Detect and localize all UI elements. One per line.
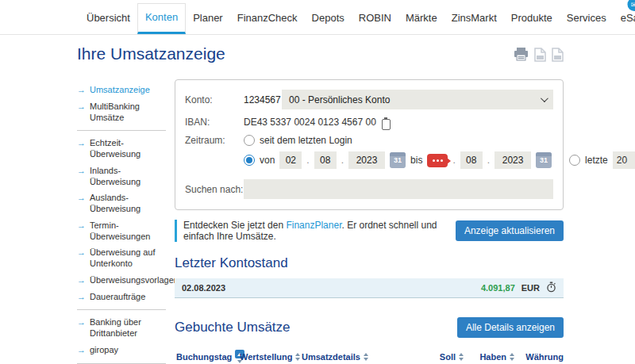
sidebar-item-drittanbieter[interactable]: →Banking über Drittanbieter [77, 317, 166, 339]
nav-item-esafe[interactable]: ✉ eSafe [614, 5, 635, 34]
col-label: Buchungstag [176, 352, 232, 362]
calendar-icon[interactable]: 31 [536, 152, 552, 168]
arrow-icon: → [77, 317, 86, 339]
nav-label: eSafe [621, 12, 635, 24]
sidebar-nav: →Umsatzanzeige →MultiBanking Umsätze →Ec… [77, 79, 166, 364]
sidebar-label: Umsatzanzeige [90, 85, 150, 96]
radio-seit-letztem-login[interactable] [244, 135, 255, 146]
nav-label: Märkte [406, 12, 437, 24]
nav-item-robin[interactable]: ROBIN [352, 5, 398, 34]
nav-label: Depots [312, 12, 344, 24]
alle-details-anzeigen-button[interactable]: Alle Details anzeigen [457, 317, 564, 338]
iban-label: IBAN: [185, 117, 244, 128]
envelope-icon: ✉ [627, 0, 635, 11]
nav-label: Planer [193, 12, 223, 24]
nav-item-depots[interactable]: Depots [305, 5, 352, 34]
finanzplaner-info-text: Entdecken Sie jetzt den FinanzPlaner. Er… [175, 220, 456, 242]
csv-export-icon[interactable] [552, 48, 564, 62]
col-label: Umsatzdetails [302, 352, 360, 362]
sidebar-divider [77, 309, 166, 310]
nav-label: Services [567, 12, 606, 24]
kontostand-heading: Letzter Kontostand [175, 255, 564, 271]
nav-label: Produkte [511, 12, 552, 24]
col-soll[interactable]: Soll [419, 352, 464, 362]
finanzplaner-link[interactable]: FinanzPlaner [286, 220, 341, 231]
sidebar-item-termin-ueberweisungen[interactable]: →Termin-Überweisungen [77, 220, 166, 243]
arrow-icon: → [77, 193, 86, 215]
nav-item-produkte[interactable]: Produkte [504, 5, 560, 34]
bis-year-input[interactable]: 2023 [495, 151, 531, 169]
sidebar-divider [77, 363, 166, 364]
sidebar-item-umsatzanzeige[interactable]: →Umsatzanzeige [77, 85, 166, 96]
umsaetze-table: Buchungstag Wertstellung Umsatzdetails S… [175, 347, 564, 364]
col-umsatzdetails[interactable]: Umsatzdetails [302, 352, 419, 362]
col-label: Haben [479, 352, 506, 362]
nav-item-finanzcheck[interactable]: FinanzCheck [230, 5, 305, 34]
col-buchungstag[interactable]: Buchungstag [175, 350, 240, 363]
arrow-icon: → [77, 247, 86, 270]
suchen-label: Suchen nach: [185, 184, 244, 195]
nav-item-planer[interactable]: Planer [186, 5, 230, 34]
sidebar-item-auslands-ueberweisung[interactable]: →Auslands-Überweisung [77, 193, 166, 215]
date-separator: . [306, 155, 309, 166]
von-month-input[interactable]: 08 [314, 151, 337, 169]
info-text-before: Entdecken Sie jetzt den [183, 220, 286, 231]
sidebar-item-dauerauftraege[interactable]: →Daueraufträge [77, 292, 166, 303]
arrow-icon: → [77, 85, 86, 96]
radio-letzte-tage[interactable] [569, 155, 580, 166]
nav-item-uebersicht[interactable]: Übersicht [79, 5, 137, 34]
kontostand-date: 02.08.2023 [182, 283, 225, 293]
sidebar-item-multibanking[interactable]: →MultiBanking Umsätze [77, 102, 166, 124]
col-wertstellung[interactable]: Wertstellung [240, 352, 302, 362]
col-haben[interactable]: Haben [464, 352, 514, 362]
date-separator: . [452, 155, 455, 166]
sidebar-label: Inlands-Überweisung [90, 166, 166, 188]
sidebar-item-ueberweisung-unterkonto[interactable]: →Überweisung auf Unterkonto [77, 247, 166, 270]
table-header-row: Buchungstag Wertstellung Umsatzdetails S… [175, 347, 564, 364]
sidebar-item-inlands-ueberweisung[interactable]: →Inlands-Überweisung [77, 166, 166, 188]
kontostand-row: 02.08.2023 4.091,87 EUR [175, 278, 564, 298]
anzeige-aktualisieren-button[interactable]: Anzeige aktualisieren [456, 220, 564, 241]
sort-icon[interactable] [364, 353, 368, 361]
copy-icon[interactable] [382, 119, 391, 130]
sidebar-item-giropay[interactable]: →giropay [77, 345, 166, 356]
nav-item-zinsmarkt[interactable]: ZinsMarkt [444, 5, 504, 34]
tage-select[interactable]: 20 [613, 151, 635, 169]
arrow-icon: → [77, 102, 86, 124]
calendar-icon[interactable]: 31 [390, 152, 406, 168]
von-year-input[interactable]: 2023 [348, 151, 385, 169]
search-input[interactable] [244, 179, 553, 199]
sidebar-label: Überweisung auf Unterkonto [90, 247, 166, 270]
sidebar-label: Daueraufträge [90, 292, 145, 303]
sort-icon[interactable] [295, 353, 300, 361]
nav-item-maerkte[interactable]: Märkte [398, 5, 444, 34]
bis-label: bis [410, 155, 422, 166]
pdf-export-icon[interactable] [534, 48, 546, 62]
sidebar-item-ueberweisungsvorlagen[interactable]: →Überweisungsvorlagen [77, 275, 166, 286]
page-title: Ihre Umsatzanzeige [77, 44, 225, 63]
history-clock-icon[interactable] [546, 282, 556, 294]
sidebar-item-echtzeit-ueberweisung[interactable]: →Echtzeit-Überweisung [77, 138, 166, 160]
col-label: Wertstellung [240, 352, 292, 362]
nav-item-konten[interactable]: Konten [137, 3, 186, 34]
radio-von-bis[interactable] [244, 155, 255, 166]
nav-label: Konten [145, 11, 178, 23]
nav-item-services[interactable]: Services [560, 5, 614, 34]
von-day-input[interactable]: 02 [279, 151, 302, 169]
konto-select[interactable]: 00 - Persönliches Konto [282, 90, 553, 109]
letzte-label: letzte [585, 155, 608, 166]
nav-label: Übersicht [87, 12, 130, 24]
printer-icon[interactable] [514, 48, 529, 62]
nav-label: FinanzCheck [237, 12, 298, 24]
konto-select-value: 00 - Persönliches Konto [289, 94, 390, 105]
konto-number: 1234567 [244, 94, 282, 105]
col-waehrung: Währung [514, 352, 564, 362]
top-nav: Übersicht Konten Planer FinanzCheck Depo… [0, 0, 635, 35]
main-content: Ihre Umsatzanzeige →Umsatzanzeige →Multi… [77, 44, 564, 364]
sidebar-label: giropay [90, 345, 118, 356]
sidebar-label: Echtzeit-Überweisung [90, 138, 166, 160]
bis-month-input[interactable]: 08 [460, 151, 483, 169]
cursor-typing-badge[interactable] [427, 154, 448, 167]
chevron-down-icon [541, 94, 548, 102]
zeitraum-label: Zeitraum: [185, 135, 244, 146]
